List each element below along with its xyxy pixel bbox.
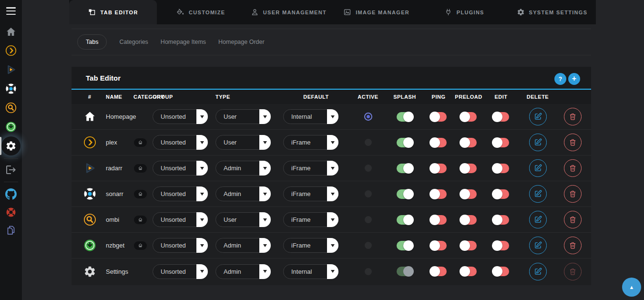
- sidebar-item-radarr[interactable]: [0, 60, 22, 79]
- default-radio[interactable]: [365, 165, 372, 172]
- chevron-down-icon[interactable]: [327, 238, 338, 253]
- delete-button[interactable]: [564, 108, 582, 125]
- delete-button[interactable]: [564, 237, 582, 254]
- chevron-down-icon[interactable]: [259, 109, 271, 124]
- active-toggle[interactable]: [397, 241, 413, 250]
- tab-image-manager[interactable]: IMAGE MANAGER: [333, 0, 420, 24]
- group-select[interactable]: User: [215, 212, 271, 227]
- hamburger-icon[interactable]: [6, 7, 16, 15]
- chevron-down-icon[interactable]: [327, 264, 338, 279]
- type-select[interactable]: iFrame: [283, 212, 338, 227]
- category-select[interactable]: Unsorted: [153, 238, 208, 253]
- edit-button[interactable]: [529, 108, 547, 125]
- sidebar-item-home[interactable]: [0, 22, 22, 41]
- chevron-down-icon[interactable]: [259, 212, 271, 227]
- type-select[interactable]: iFrame: [283, 161, 338, 176]
- chevron-down-icon[interactable]: [259, 135, 271, 150]
- edit-button[interactable]: [529, 134, 547, 151]
- sub-tab-tabs[interactable]: Tabs: [77, 34, 107, 50]
- scroll-to-top-button[interactable]: ▲: [622, 278, 641, 297]
- edit-button[interactable]: [529, 211, 547, 228]
- splash-toggle[interactable]: [430, 189, 447, 199]
- active-toggle[interactable]: [397, 215, 413, 225]
- delete-button[interactable]: [564, 134, 582, 151]
- tab-tab-editor[interactable]: TAB EDITOR: [69, 0, 157, 24]
- ping-toggle[interactable]: [460, 112, 477, 122]
- active-toggle[interactable]: [397, 138, 413, 147]
- default-radio[interactable]: [365, 190, 372, 197]
- chevron-down-icon[interactable]: [196, 238, 208, 253]
- chevron-down-icon[interactable]: [196, 186, 208, 201]
- chevron-down-icon[interactable]: [327, 109, 338, 124]
- ping-toggle[interactable]: [460, 267, 477, 276]
- ping-toggle[interactable]: [460, 215, 477, 225]
- delete-button[interactable]: [564, 159, 582, 177]
- help-button[interactable]: ?: [554, 73, 566, 85]
- sidebar-item-docs[interactable]: [0, 221, 22, 240]
- ping-toggle[interactable]: [460, 189, 477, 199]
- active-toggle[interactable]: [397, 112, 413, 122]
- group-select[interactable]: Admin: [215, 161, 271, 176]
- edit-button[interactable]: [529, 159, 547, 177]
- group-select[interactable]: Admin: [215, 264, 271, 279]
- default-radio[interactable]: [365, 268, 372, 275]
- type-select[interactable]: iFrame: [283, 238, 338, 253]
- chevron-down-icon[interactable]: [196, 264, 208, 279]
- active-toggle[interactable]: [397, 267, 413, 276]
- category-select[interactable]: Unsorted: [153, 212, 208, 227]
- category-select[interactable]: Unsorted: [153, 109, 208, 124]
- splash-toggle[interactable]: [430, 164, 447, 173]
- group-select[interactable]: User: [215, 135, 271, 150]
- chevron-down-icon[interactable]: [259, 264, 271, 279]
- ping-toggle[interactable]: [460, 138, 477, 147]
- tab-plugins[interactable]: PLUGINS: [420, 0, 508, 24]
- default-radio[interactable]: [365, 242, 372, 249]
- sidebar-item-logout[interactable]: [0, 160, 22, 179]
- preload-toggle[interactable]: [493, 112, 509, 122]
- type-select[interactable]: Internal: [283, 264, 338, 279]
- sub-tab-categories[interactable]: Categories: [119, 39, 148, 45]
- delete-button[interactable]: [564, 185, 582, 203]
- tab-user-management[interactable]: USER MANAGEMENT: [245, 0, 332, 24]
- chevron-down-icon[interactable]: [196, 109, 208, 124]
- preload-toggle[interactable]: [493, 267, 509, 276]
- active-toggle[interactable]: [397, 189, 413, 199]
- chevron-down-icon[interactable]: [259, 161, 271, 176]
- sidebar-item-plex[interactable]: [0, 41, 22, 60]
- splash-toggle[interactable]: [430, 267, 447, 276]
- category-select[interactable]: Unsorted: [153, 264, 208, 279]
- chevron-down-icon[interactable]: [327, 212, 338, 227]
- splash-toggle[interactable]: [430, 215, 447, 225]
- default-radio[interactable]: [364, 113, 372, 121]
- preload-toggle[interactable]: [493, 138, 509, 147]
- sidebar-item-support[interactable]: [0, 203, 22, 222]
- default-radio[interactable]: [365, 216, 372, 223]
- chevron-down-icon[interactable]: [327, 161, 338, 176]
- chevron-down-icon[interactable]: [196, 212, 208, 227]
- type-select[interactable]: iFrame: [283, 186, 338, 201]
- ping-toggle[interactable]: [460, 241, 477, 250]
- chevron-down-icon[interactable]: [259, 238, 271, 253]
- category-select[interactable]: Unsorted: [153, 161, 208, 176]
- sidebar-item-github[interactable]: [0, 185, 22, 204]
- category-select[interactable]: Unsorted: [153, 135, 208, 150]
- chevron-down-icon[interactable]: [259, 186, 271, 201]
- chevron-down-icon[interactable]: [196, 161, 208, 176]
- active-toggle[interactable]: [397, 164, 413, 173]
- sidebar-item-settings[interactable]: [0, 136, 22, 155]
- group-select[interactable]: User: [215, 109, 271, 124]
- sidebar-item-ombi[interactable]: [0, 98, 22, 117]
- chevron-down-icon[interactable]: [327, 135, 338, 150]
- splash-toggle[interactable]: [430, 138, 447, 147]
- category-select[interactable]: Unsorted: [153, 186, 208, 201]
- sidebar-item-nzbget[interactable]: [0, 117, 22, 136]
- group-select[interactable]: Admin: [215, 186, 271, 201]
- splash-toggle[interactable]: [430, 241, 447, 250]
- sub-tab-homepage-order[interactable]: Homepage Order: [218, 39, 265, 45]
- tab-system-settings[interactable]: SYSTEM SETTINGS: [508, 0, 596, 24]
- ping-toggle[interactable]: [460, 164, 477, 173]
- default-radio[interactable]: [365, 139, 372, 146]
- preload-toggle[interactable]: [493, 241, 509, 250]
- sub-tab-homepage-items[interactable]: Homepage Items: [161, 39, 206, 45]
- type-select[interactable]: Internal: [283, 109, 338, 124]
